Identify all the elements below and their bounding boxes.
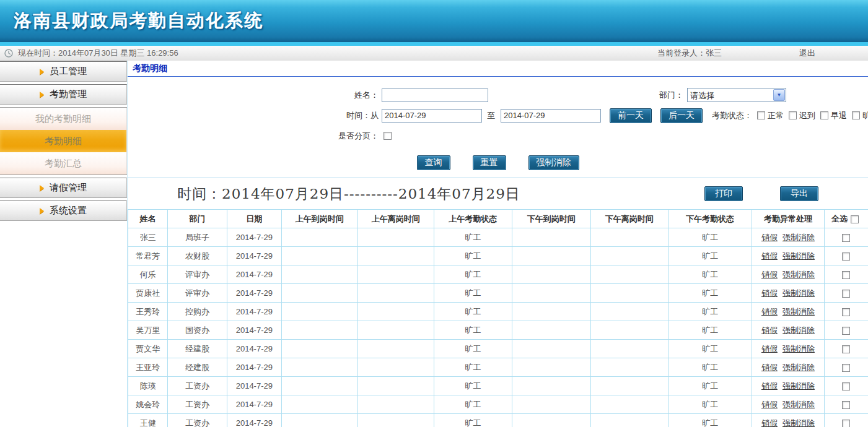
row-select-checkbox[interactable] bbox=[842, 290, 850, 298]
status-early-leave-checkbox[interactable] bbox=[820, 111, 828, 119]
cell-pm-leave bbox=[591, 414, 669, 427]
time-bar: 现在时间： 2014年07月30日 星期三 16:29:56 当前登录人：张三 … bbox=[0, 46, 868, 61]
table-row: 王秀玲 控购办 2014-7-29 旷工 旷工 销假强制消除 bbox=[128, 303, 868, 321]
cell-date: 2014-7-29 bbox=[227, 358, 281, 377]
cancel-leave-link[interactable]: 销假 bbox=[761, 381, 778, 390]
paginate-label: 是否分页： bbox=[310, 131, 379, 142]
cancel-leave-link[interactable]: 销假 bbox=[761, 326, 778, 335]
cell-pm-leave bbox=[591, 228, 669, 247]
col-department: 部门 bbox=[168, 210, 227, 228]
force-clear-link[interactable]: 强制消除 bbox=[783, 418, 815, 427]
col-am-status: 上午考勤状态 bbox=[434, 210, 512, 228]
sidebar-item-my-attendance-detail[interactable]: 我的考勤明细 bbox=[0, 108, 127, 130]
sidebar-item-attendance-detail[interactable]: 考勤明细 bbox=[0, 130, 127, 152]
col-select-all: 全选 bbox=[824, 210, 868, 228]
sidebar-item-attendance-summary[interactable]: 考勤汇总 bbox=[0, 152, 127, 175]
table-row: 吴万里 国资办 2014-7-29 旷工 旷工 销假强制消除 bbox=[128, 321, 868, 340]
force-clear-link[interactable]: 强制消除 bbox=[783, 400, 815, 409]
cell-am-arrive bbox=[282, 395, 358, 414]
query-button[interactable]: 查询 bbox=[417, 155, 450, 170]
table-row: 常君芳 农财股 2014-7-29 旷工 旷工 销假强制消除 bbox=[128, 247, 868, 265]
cancel-leave-link[interactable]: 销假 bbox=[761, 363, 778, 372]
cancel-leave-link[interactable]: 销假 bbox=[761, 344, 778, 353]
status-late-checkbox[interactable] bbox=[789, 111, 797, 119]
sidebar-item-leave-mgmt[interactable]: 请假管理 bbox=[0, 178, 127, 198]
prev-day-button[interactable]: 前一天 bbox=[610, 108, 652, 123]
sidebar-item-system-settings[interactable]: 系统设置 bbox=[0, 201, 127, 221]
cell-pm-arrive bbox=[512, 247, 591, 265]
row-select-checkbox[interactable] bbox=[842, 271, 850, 279]
row-select-checkbox[interactable] bbox=[842, 252, 850, 261]
row-select-checkbox[interactable] bbox=[842, 308, 850, 316]
row-select-checkbox[interactable] bbox=[842, 327, 850, 335]
logout-link[interactable]: 退出 bbox=[799, 48, 815, 59]
cell-pm-leave bbox=[591, 321, 669, 340]
sidebar-submenu: 我的考勤明细 考勤明细 考勤汇总 bbox=[0, 107, 127, 175]
sidebar-item-employee-mgmt[interactable]: 员工管理 bbox=[0, 61, 127, 82]
row-select-checkbox[interactable] bbox=[842, 401, 850, 409]
force-clear-button[interactable]: 强制消除 bbox=[528, 155, 579, 170]
row-select-checkbox[interactable] bbox=[842, 420, 850, 427]
cell-pm-leave bbox=[591, 284, 669, 303]
cell-actions: 销假强制消除 bbox=[752, 303, 824, 321]
force-clear-link[interactable]: 强制消除 bbox=[783, 270, 815, 279]
force-clear-link[interactable]: 强制消除 bbox=[783, 344, 815, 353]
next-day-button[interactable]: 后一天 bbox=[660, 108, 703, 123]
cell-select bbox=[824, 228, 868, 247]
name-label: 姓名： bbox=[310, 90, 379, 101]
cell-actions: 销假强制消除 bbox=[752, 265, 824, 284]
cell-department: 国资办 bbox=[168, 321, 227, 340]
reset-button[interactable]: 重置 bbox=[473, 155, 506, 170]
force-clear-link[interactable]: 强制消除 bbox=[783, 381, 815, 390]
row-select-checkbox[interactable] bbox=[842, 345, 850, 353]
row-select-checkbox[interactable] bbox=[842, 234, 850, 242]
cancel-leave-link[interactable]: 销假 bbox=[761, 270, 778, 279]
cell-am-arrive bbox=[282, 358, 358, 377]
select-all-checkbox[interactable] bbox=[851, 215, 859, 223]
force-clear-link[interactable]: 强制消除 bbox=[783, 251, 815, 261]
cancel-leave-link[interactable]: 销假 bbox=[761, 418, 778, 427]
status-late-label: 迟到 bbox=[799, 110, 815, 121]
cell-date: 2014-7-29 bbox=[227, 414, 281, 427]
force-clear-link[interactable]: 强制消除 bbox=[783, 233, 815, 242]
cancel-leave-link[interactable]: 销假 bbox=[761, 307, 778, 316]
department-select[interactable]: 请选择 ▼ bbox=[687, 88, 786, 102]
cell-department: 农财股 bbox=[168, 247, 227, 265]
force-clear-link[interactable]: 强制消除 bbox=[783, 363, 815, 372]
clock-icon bbox=[4, 49, 13, 58]
cancel-leave-link[interactable]: 销假 bbox=[761, 288, 778, 298]
table-row: 张三 局班子 2014-7-29 旷工 旷工 销假强制消除 bbox=[128, 228, 868, 247]
date-from-input[interactable] bbox=[382, 109, 482, 123]
row-select-checkbox[interactable] bbox=[842, 364, 850, 372]
arrow-right-icon bbox=[40, 185, 44, 191]
cell-pm-status: 旷工 bbox=[668, 284, 752, 303]
cancel-leave-link[interactable]: 销假 bbox=[761, 400, 778, 409]
print-button[interactable]: 打印 bbox=[704, 186, 743, 201]
cell-date: 2014-7-29 bbox=[227, 340, 281, 358]
date-to-input[interactable] bbox=[501, 109, 601, 123]
cell-department: 经建股 bbox=[168, 358, 227, 377]
row-select-checkbox[interactable] bbox=[842, 382, 850, 390]
cell-am-arrive bbox=[282, 284, 358, 303]
paginate-checkbox[interactable] bbox=[384, 132, 392, 140]
status-normal-checkbox[interactable] bbox=[757, 111, 765, 119]
sidebar-item-label: 员工管理 bbox=[50, 66, 87, 77]
col-exception-handling: 考勤异常处理 bbox=[752, 210, 824, 228]
col-pm-status: 下午考勤状态 bbox=[668, 210, 752, 228]
table-row: 王健 工资办 2014-7-29 旷工 旷工 销假强制消除 bbox=[128, 414, 868, 427]
force-clear-link[interactable]: 强制消除 bbox=[783, 326, 815, 335]
cancel-leave-link[interactable]: 销假 bbox=[761, 233, 778, 242]
name-input[interactable] bbox=[382, 88, 488, 102]
cell-pm-status: 旷工 bbox=[668, 247, 752, 265]
select-all-label: 全选 bbox=[831, 214, 848, 223]
status-absent-checkbox[interactable] bbox=[852, 111, 860, 119]
export-button[interactable]: 导出 bbox=[780, 186, 818, 201]
sidebar-item-attendance-mgmt[interactable]: 考勤管理 bbox=[0, 84, 127, 105]
cancel-leave-link[interactable]: 销假 bbox=[761, 251, 778, 261]
force-clear-link[interactable]: 强制消除 bbox=[783, 288, 815, 298]
time-from-label: 时间：从 bbox=[310, 110, 379, 121]
cell-department: 评审办 bbox=[168, 284, 227, 303]
force-clear-link[interactable]: 强制消除 bbox=[783, 307, 815, 316]
sidebar: 员工管理 考勤管理 我的考勤明细 考勤明细 考勤汇总 请假管理 系统设置 bbox=[0, 61, 127, 223]
department-selected-value: 请选择 bbox=[690, 90, 714, 101]
